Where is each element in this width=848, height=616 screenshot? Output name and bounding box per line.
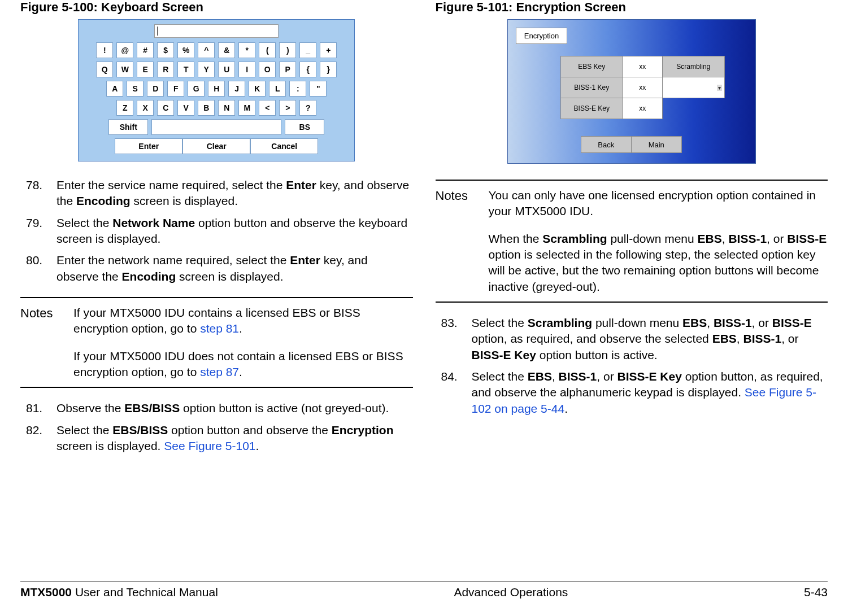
key-([interactable]: (: [259, 42, 276, 58]
encryption-tab[interactable]: Encryption: [516, 28, 567, 44]
step-text: Observe the EBS/BISS option button is ac…: [56, 400, 413, 416]
step-number: 83.: [436, 315, 472, 363]
key-@[interactable]: @: [116, 42, 133, 58]
key-F[interactable]: F: [167, 81, 184, 97]
key-)[interactable]: ): [279, 42, 296, 58]
key-}[interactable]: }: [320, 62, 337, 77]
step-number: 84.: [436, 369, 472, 417]
key-U[interactable]: U: [218, 62, 235, 77]
encryption-grid: EBS Key xx Scrambling BISS-1 Key xx BISS…: [561, 56, 747, 119]
notes-label-left: Notes: [20, 305, 73, 380]
key-S[interactable]: S: [127, 81, 143, 97]
key-W[interactable]: W: [116, 62, 133, 77]
step-item: 78.Enter the service name required, sele…: [20, 177, 413, 209]
footer-right: 5-43: [804, 586, 828, 599]
key-Z[interactable]: Z: [116, 100, 133, 116]
cancel-key[interactable]: Cancel: [250, 138, 318, 154]
key-row-2: QWERTYUIOP{}: [84, 62, 349, 77]
key-N[interactable]: N: [218, 100, 235, 116]
step-number: 81.: [20, 400, 56, 416]
notes-text-right: You can only have one licensed encryptio…: [489, 187, 828, 295]
key-A[interactable]: A: [106, 81, 123, 97]
key-![interactable]: !: [96, 42, 113, 58]
key-Q[interactable]: Q: [96, 62, 113, 77]
notes-left: Notes If your MTX5000 IDU contains a lic…: [20, 297, 413, 388]
step-number: 78.: [20, 177, 56, 209]
key-H[interactable]: H: [208, 81, 225, 97]
key-"[interactable]: ": [310, 81, 327, 97]
key-{[interactable]: {: [299, 62, 316, 77]
step-text: Select the Network Name option button an…: [56, 215, 413, 247]
key-I[interactable]: I: [238, 62, 255, 77]
key-_[interactable]: _: [299, 42, 316, 58]
back-button[interactable]: Back: [581, 136, 632, 153]
step-item: 81.Observe the EBS/BISS option button is…: [20, 400, 413, 416]
key-B[interactable]: B: [198, 100, 215, 116]
key-&[interactable]: &: [218, 42, 235, 58]
bisse-key-value: xx: [623, 98, 663, 119]
ebs-key-button[interactable]: EBS Key: [560, 56, 623, 77]
encryption-nav: Back Main: [516, 136, 747, 153]
key-Y[interactable]: Y: [198, 62, 215, 77]
enter-key[interactable]: Enter: [115, 138, 182, 154]
note-paragraph: If your MTX5000 IDU does not contain a l…: [73, 348, 413, 381]
key-L[interactable]: L: [269, 81, 286, 97]
key-D[interactable]: D: [147, 81, 164, 97]
bs-key[interactable]: BS: [285, 119, 324, 135]
clear-key[interactable]: Clear: [182, 138, 250, 154]
key-%[interactable]: %: [177, 42, 194, 58]
key-<[interactable]: <: [259, 100, 276, 116]
scrambling-dropdown[interactable]: [662, 77, 725, 98]
notes-label-right: Notes: [436, 187, 489, 295]
key-O[interactable]: O: [259, 62, 276, 77]
ebs-key-value: xx: [623, 56, 663, 77]
step-item: 83.Select the Scrambling pull-down menu …: [436, 315, 828, 363]
key-J[interactable]: J: [228, 81, 245, 97]
keyboard-display[interactable]: [154, 24, 279, 38]
note-paragraph: When the Scrambling pull-down menu EBS, …: [489, 231, 828, 295]
key-row-4: ZXCVBNM<>?: [84, 100, 349, 116]
key-M[interactable]: M: [238, 100, 255, 116]
key-^[interactable]: ^: [198, 42, 215, 58]
key-row-bottom: Enter Clear Cancel: [84, 138, 349, 154]
key-V[interactable]: V: [177, 100, 194, 116]
key-?[interactable]: ?: [299, 100, 316, 116]
key-X[interactable]: X: [137, 100, 154, 116]
key-P[interactable]: P: [279, 62, 296, 77]
key-G[interactable]: G: [188, 81, 205, 97]
step-number: 80.: [20, 252, 56, 285]
key-+[interactable]: +: [320, 42, 337, 58]
keyboard-panel: !@#$%^&*()_+ QWERTYUIOP{} ASDFGHJKL:" ZX…: [78, 19, 355, 161]
main-button[interactable]: Main: [631, 136, 682, 153]
notes-text-left: If your MTX5000 IDU contains a licensed …: [73, 305, 413, 380]
key-E[interactable]: E: [137, 62, 154, 77]
step-text: Enter the network name required, select …: [56, 252, 413, 285]
footer-center: Advanced Operations: [454, 586, 568, 599]
space-key[interactable]: [151, 119, 281, 135]
step-text: Select the EBS/BISS option button and ob…: [56, 422, 413, 455]
scrambling-label: Scrambling: [662, 56, 725, 77]
key->[interactable]: >: [279, 100, 296, 116]
footer-left-rest: User and Technical Manual: [72, 586, 218, 598]
figure-title-left: Figure 5-100: Keyboard Screen: [20, 0, 413, 15]
key-T[interactable]: T: [177, 62, 194, 77]
key-*[interactable]: *: [238, 42, 255, 58]
note-paragraph: You can only have one licensed encryptio…: [489, 187, 828, 220]
key-:[interactable]: :: [289, 81, 306, 97]
key-C[interactable]: C: [157, 100, 174, 116]
key-$[interactable]: $: [157, 42, 174, 58]
biss1-key-button[interactable]: BISS-1 Key: [560, 77, 623, 98]
figure-title-right: Figure 5-101: Encryption Screen: [436, 0, 828, 15]
encryption-panel: Encryption EBS Key xx Scrambling BISS-1 …: [507, 19, 756, 164]
footer-left: MTX5000 User and Technical Manual: [20, 586, 218, 599]
note-paragraph: If your MTX5000 IDU contains a licensed …: [73, 305, 413, 337]
step-text: Select the Scrambling pull-down menu EBS…: [472, 315, 828, 363]
step-number: 82.: [20, 422, 56, 455]
key-#[interactable]: #: [137, 42, 154, 58]
shift-key[interactable]: Shift: [108, 119, 148, 135]
key-R[interactable]: R: [157, 62, 174, 77]
biss1-key-value: xx: [623, 77, 663, 98]
key-K[interactable]: K: [249, 81, 266, 97]
bisse-key-button[interactable]: BISS-E Key: [560, 98, 623, 119]
key-row-3: ASDFGHJKL:": [84, 81, 349, 97]
